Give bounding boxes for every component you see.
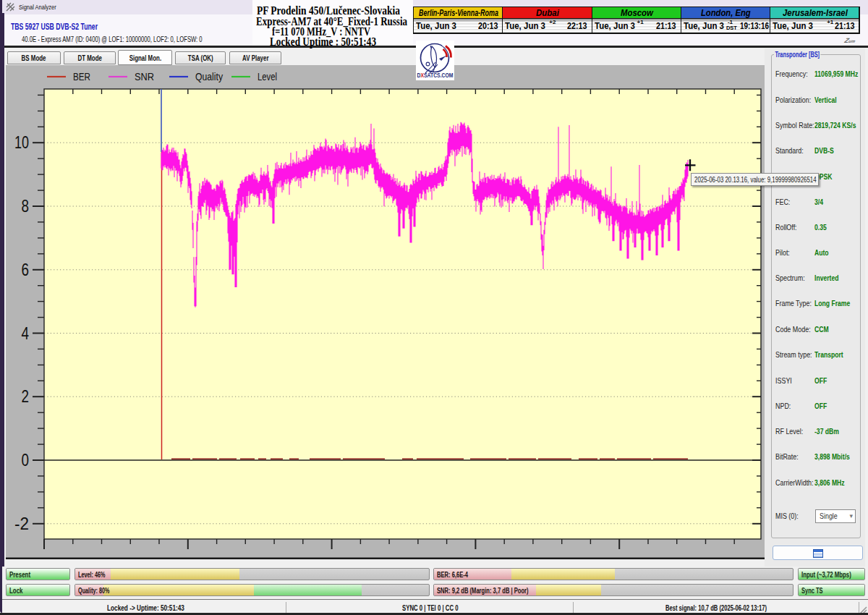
svg-text:8: 8 — [22, 197, 30, 216]
svg-text:10: 10 — [14, 133, 29, 152]
svg-text:2: 2 — [22, 387, 30, 406]
svg-text:DXSATCS.COM: DXSATCS.COM — [417, 72, 454, 79]
svg-text:BER: BER — [73, 70, 90, 82]
svg-text:Level: Level — [258, 70, 277, 82]
svg-text:4: 4 — [22, 324, 30, 343]
svg-text:0: 0 — [22, 451, 30, 470]
svg-text:6: 6 — [22, 260, 30, 279]
svg-text:Quality: Quality — [195, 70, 223, 82]
svg-text:-2: -2 — [14, 514, 29, 533]
svg-text:SNR: SNR — [135, 70, 154, 82]
